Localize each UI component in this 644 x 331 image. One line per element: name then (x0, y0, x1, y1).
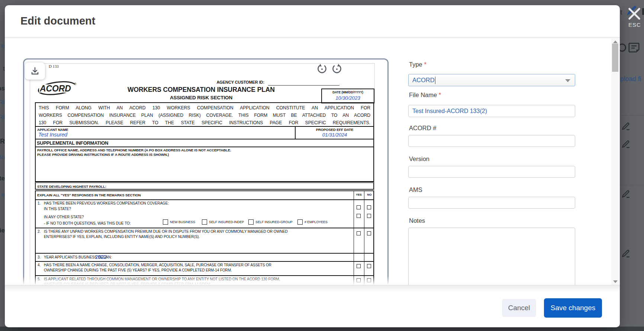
yes-checkbox[interactable] (357, 264, 361, 268)
version-input[interactable] (408, 166, 575, 178)
bg-text-fragment: do (0, 154, 5, 161)
statement-line: THIS FORM ALONG WITH AN ACORD 130 WORKER… (39, 104, 370, 112)
no-header: NO (364, 193, 375, 196)
edit-document-modal: Edit document D 133 AGENCY CUSTOMER ID: … (5, 5, 620, 327)
option-num-employees: # EMPLOYEES (297, 219, 328, 225)
supplemental-header: SUPPLEMENTAL INFORMATION (37, 140, 108, 146)
state-payroll-label: STATE DEVELOPING HIGHEST PAYROLL: (37, 184, 106, 189)
type-combobox[interactable]: ACORD (408, 74, 575, 86)
state-payroll-row: STATE DEVELOPING HIGHEST PAYROLL: (35, 182, 374, 190)
edit-pencil-icon (621, 121, 631, 131)
ams-input[interactable] (408, 197, 575, 209)
no-checkbox[interactable] (367, 214, 371, 218)
rotate-clockwise-button[interactable] (331, 63, 342, 74)
background-left-fragments: re t ns RI RI R do te e ie (0, 0, 5, 331)
question-number: 4. (38, 263, 41, 267)
bg-divider (620, 115, 644, 115)
question-text: ENTERPRISES? IF YES, EXPLAIN, INCLUDING … (44, 235, 200, 239)
download-icon (30, 67, 39, 75)
proposed-eff-date-value: 01/31/2024 (296, 132, 374, 138)
checkbox-label: # EMPLOYEES (305, 220, 328, 224)
background-right-fragments: t ESC pload fi (617, 0, 644, 331)
doc-title: WORKERS COMPENSATION INSURANCE PLAN (82, 86, 320, 94)
checkbox-label: NEW BUSINESS (170, 220, 195, 224)
scroll-down-arrow-icon[interactable] (613, 280, 618, 283)
close-icon[interactable] (627, 6, 642, 21)
business-began-year-value: 2022 (95, 254, 107, 260)
yes-checkbox[interactable] (357, 214, 361, 218)
question-text: HAS THERE BEEN PREVIOUS WORKERS COMPENSA… (44, 201, 169, 205)
type-label: Type * (409, 61, 426, 68)
modal-title: Edit document (20, 15, 95, 27)
agency-customer-id-label: AGENCY CUSTOMER ID: (179, 80, 264, 84)
bg-text-fragment: e (1, 191, 5, 199)
bg-glyph-fragment (642, 8, 644, 15)
download-button[interactable] (25, 62, 45, 80)
date-label: DATE (MM/DD/YYYY) (322, 90, 374, 94)
form-code-fragment: D 133 (49, 64, 59, 68)
question-number: 3. (38, 255, 41, 259)
question-text: HAS THERE BEEN A NAME CHANGE, CONSOLIDAT… (44, 263, 271, 267)
checkbox[interactable] (163, 219, 168, 225)
question-subtext: - IF NO TO BOTH QUESTIONS, WAS THIS DUE … (44, 221, 131, 225)
file-name-input[interactable] (408, 105, 575, 117)
no-checkbox[interactable] (367, 231, 371, 235)
acord-number-input[interactable] (408, 135, 575, 147)
scrollbar[interactable] (611, 39, 619, 285)
bg-text-fragment: te (0, 175, 5, 182)
modal-scroll-area[interactable]: D 133 AGENCY CUSTOMER ID: ACORD ® WORKER… (5, 39, 620, 285)
supplemental-header-row: SUPPLEMENTAL INFORMATION (35, 139, 374, 147)
question-subtext: IN ANY OTHER STATE? (44, 215, 84, 219)
payroll-line: PAYROLL OFFICE NAME, ADDRESS AND TELEPHO… (37, 148, 231, 152)
question-row-2: 2. IS THERE ANY UNPAID WORKERS COMPENSAT… (36, 228, 373, 253)
option-new-business: NEW BUSINESS (163, 219, 195, 225)
header-divider (5, 37, 620, 38)
edit-pencil-icon (621, 139, 631, 149)
yes-checkbox[interactable] (357, 205, 361, 209)
scroll-fade (5, 276, 403, 285)
applicant-name-label: APPLICANT NAME (37, 128, 68, 132)
questions-table: EXPLAIN ALL "YES" RESPONSES IN THE REMAR… (35, 190, 374, 285)
scrollbar-thumb[interactable] (612, 44, 618, 72)
bg-text-fragment: ns (0, 85, 5, 92)
question-text: OWNERSHIP CHANGE DURING THE PAST FIVE (5… (44, 268, 232, 272)
notes-textarea[interactable] (408, 228, 575, 285)
agency-customer-id-line (268, 85, 339, 86)
edit-pencil-icon (621, 189, 631, 199)
version-label: Version (409, 155, 429, 163)
question-number: 1. (38, 201, 41, 205)
acord-number-label: ACORD # (409, 125, 436, 132)
save-changes-button[interactable]: Save changes (544, 298, 602, 318)
payroll-office-cell: PAYROLL OFFICE NAME, ADDRESS AND TELEPHO… (35, 147, 374, 182)
bg-text-fragment: R (0, 138, 5, 145)
checkbox[interactable] (248, 219, 254, 225)
checkbox[interactable] (297, 219, 303, 225)
statement-line: WORKERS COMPENSATION INSURANCE PLAN (ASS… (39, 112, 370, 119)
no-checkbox[interactable] (367, 264, 371, 268)
doc-subtitle: ASSIGNED RISK SECTION (82, 95, 320, 100)
proposed-eff-date-label: PROPOSED EFF DATE (296, 128, 374, 132)
question-row-4: 4. HAS THERE BEEN A NAME CHANGE, CONSOLI… (36, 261, 373, 275)
svg-text:®: ® (74, 82, 77, 86)
statement-line: 130 FOR SUBMISSION. PLEASE REFER TO THE … (39, 119, 370, 126)
required-asterisk: * (424, 61, 426, 68)
chevron-down-icon[interactable] (565, 79, 570, 82)
svg-text:ACORD: ACORD (39, 84, 71, 93)
no-checkbox[interactable] (367, 205, 371, 209)
ams-label: AMS (409, 186, 422, 193)
rotate-counterclockwise-button[interactable] (316, 63, 328, 74)
acord-logo: ACORD ® (37, 79, 78, 98)
applicant-row: APPLICANT NAME Test Insured PROPOSED EFF… (35, 127, 374, 139)
bg-divider (620, 185, 644, 185)
text-cursor (435, 77, 436, 84)
question-row-3: 3. YEAR APPLICANTS BUSINESS BEGAN: 2022 (36, 253, 373, 261)
checkbox[interactable] (202, 219, 207, 225)
scroll-up-arrow-icon[interactable] (613, 41, 618, 43)
question-row-1: 1. HAS THERE BEEN PREVIOUS WORKERS COMPE… (36, 199, 373, 228)
statement-box: THIS FORM ALONG WITH AN ACORD 130 WORKER… (35, 102, 374, 127)
checkbox-label: SELF INSURED-GROUP (255, 220, 293, 224)
option-self-insured-group: SELF INSURED-GROUP (248, 219, 293, 225)
yes-checkbox[interactable] (357, 231, 361, 235)
cancel-button[interactable]: Cancel (502, 299, 536, 317)
date-value: 10/30/2023 (322, 95, 374, 101)
